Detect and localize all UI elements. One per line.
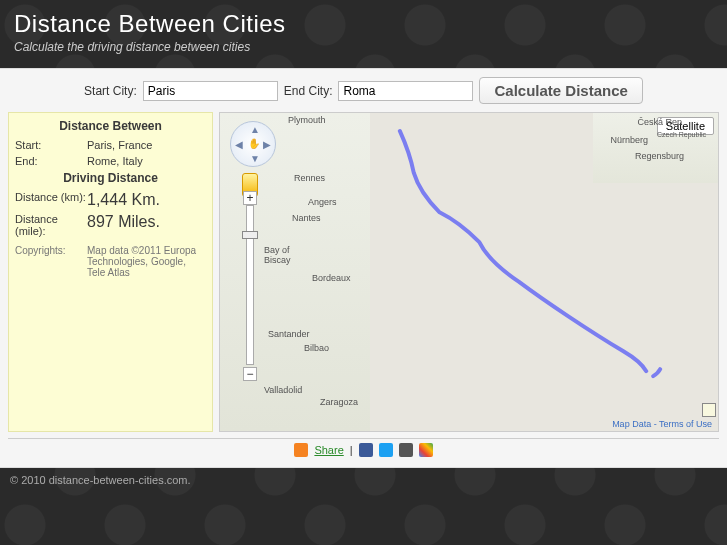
- map-label: Valladolid: [264, 385, 302, 395]
- addthis-icon[interactable]: [294, 443, 308, 457]
- hand-icon[interactable]: ✋: [248, 138, 260, 149]
- route-line: [370, 123, 688, 391]
- map-label: Rennes: [294, 173, 325, 183]
- map-label: Bay of Biscay: [264, 245, 304, 265]
- map-label: Angers: [308, 197, 337, 207]
- end-value: Rome, Italy: [87, 155, 206, 167]
- map[interactable]: Satellite ▲ ▼ ◀ ▶ ✋ + − Plymouth Rennes …: [219, 112, 719, 432]
- map-pan-control[interactable]: ▲ ▼ ◀ ▶ ✋: [230, 121, 276, 167]
- distance-mi-label: Distance (mile):: [15, 213, 87, 237]
- google-icon[interactable]: [419, 443, 433, 457]
- share-link[interactable]: Share: [314, 444, 343, 456]
- page-subtitle: Calculate the driving distance between c…: [14, 40, 713, 54]
- end-label: End:: [15, 155, 87, 167]
- zoom-slider[interactable]: [246, 205, 254, 365]
- map-label: Bordeaux: [312, 273, 351, 283]
- start-city-input[interactable]: [143, 81, 278, 101]
- distance-km-value: 1,444 Km.: [87, 191, 206, 209]
- map-label: Bilbao: [304, 343, 329, 353]
- end-city-label: End City:: [284, 84, 333, 98]
- distance-km-label: Distance (km):: [15, 191, 87, 209]
- copyright-value: Map data ©2011 Europa Technologies, Goog…: [87, 245, 206, 278]
- map-label: Santander: [268, 329, 310, 339]
- zoom-handle[interactable]: [242, 231, 258, 239]
- page-footer: © 2010 distance-between-cities.com.: [0, 468, 727, 492]
- calculate-button[interactable]: Calculate Distance: [479, 77, 642, 104]
- search-form: Start City: End City: Calculate Distance: [8, 77, 719, 104]
- pan-up-icon[interactable]: ▲: [250, 124, 260, 135]
- map-attribution-links[interactable]: Map Data - Terms of Use: [612, 419, 712, 429]
- page-title: Distance Between Cities: [14, 10, 713, 38]
- print-icon[interactable]: [399, 443, 413, 457]
- pan-right-icon[interactable]: ▶: [263, 139, 271, 150]
- pan-down-icon[interactable]: ▼: [250, 153, 260, 164]
- start-label: Start:: [15, 139, 87, 151]
- map-label: Zaragoza: [320, 397, 358, 407]
- end-city-input[interactable]: [338, 81, 473, 101]
- facebook-icon[interactable]: [359, 443, 373, 457]
- results-heading-between: Distance Between: [15, 119, 206, 133]
- minimap-toggle[interactable]: [702, 403, 716, 417]
- start-value: Paris, France: [87, 139, 206, 151]
- share-bar: Share |: [8, 438, 719, 457]
- twitter-icon[interactable]: [379, 443, 393, 457]
- copyright-label: Copyrights:: [15, 245, 87, 278]
- results-heading-driving: Driving Distance: [15, 171, 206, 185]
- pan-left-icon[interactable]: ◀: [235, 139, 243, 150]
- map-label: Nantes: [292, 213, 321, 223]
- main-panel: Start City: End City: Calculate Distance…: [0, 68, 727, 468]
- map-label: Plymouth: [288, 115, 326, 125]
- results-panel: Distance Between Start: Paris, France En…: [8, 112, 213, 432]
- start-city-label: Start City:: [84, 84, 137, 98]
- distance-mi-value: 897 Miles.: [87, 213, 206, 237]
- separator: |: [350, 444, 353, 456]
- zoom-out-button[interactable]: −: [243, 367, 257, 381]
- zoom-in-button[interactable]: +: [243, 191, 257, 205]
